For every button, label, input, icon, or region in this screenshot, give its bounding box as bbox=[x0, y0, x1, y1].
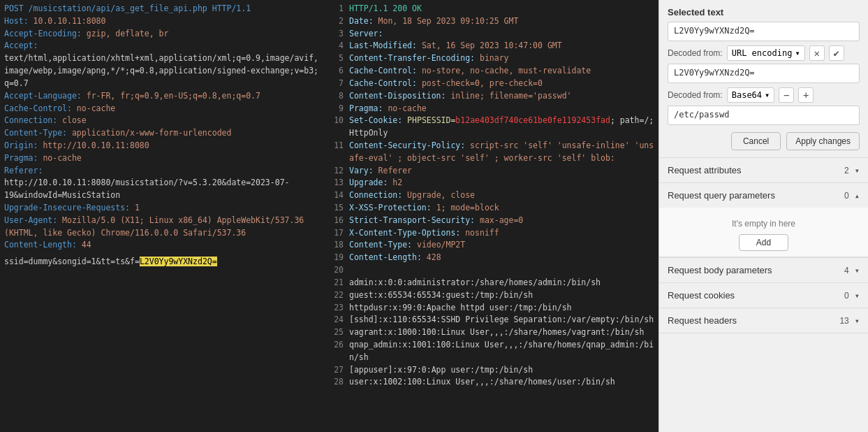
chevron-down-icon-body: ▾ bbox=[855, 266, 860, 275]
accordion-label-request-attributes: Request attributes bbox=[668, 165, 742, 175]
base64-select[interactable]: Base64 ▾ bbox=[727, 87, 775, 103]
response-panel: 1 HTTP/1.1 200 OK 2 Date: Mon, 18 Sep 20… bbox=[327, 0, 659, 432]
base64-decoded-value: /etc/passwd bbox=[668, 106, 860, 125]
accordion-count-body-params: 4 bbox=[844, 266, 849, 275]
resp-line-9: 9 Pragma: no-cache bbox=[327, 103, 659, 115]
resp-line-8: 8 Content-Disposition: inline; filename=… bbox=[327, 90, 659, 103]
accordion-header-cookies[interactable]: Request cookies 0 ▾ bbox=[659, 283, 868, 308]
resp-line-7: 7 Cache-Control: post-check=0, pre-check… bbox=[327, 78, 659, 90]
accordion-count-query-params: 0 bbox=[844, 191, 849, 201]
accordion-count-request-attributes: 2 bbox=[844, 166, 849, 175]
request-connection: Connection: close bbox=[4, 115, 323, 127]
accordion-count-cookies: 0 bbox=[844, 291, 849, 301]
decode-from-label-2: Decoded from: bbox=[668, 90, 723, 100]
accordion-label-query-params: Request query parameters bbox=[668, 190, 775, 201]
request-origin: Origin: http://10.0.10.11:8080 bbox=[4, 140, 323, 152]
accordion-label-headers: Request headers bbox=[668, 315, 737, 326]
request-accept-encoding: Accept-Encoding: gzip, deflate, br bbox=[4, 28, 323, 41]
url-encoding-row: Decoded from: URL encoding ▾ ✕ ✔ bbox=[668, 45, 860, 61]
decode-minus-btn-1[interactable]: ✕ bbox=[809, 45, 825, 61]
request-referer-label: Referer: bbox=[4, 165, 323, 178]
accordion-cookies: Request cookies 0 ▾ bbox=[659, 283, 868, 308]
request-content-type: Content-Type: application/x-www-form-url… bbox=[4, 127, 323, 140]
cancel-button[interactable]: Cancel bbox=[731, 132, 781, 150]
resp-line-4: 4 Last-Modified: Sat, 16 Sep 2023 10:47:… bbox=[327, 40, 659, 52]
decode-plus-btn-2[interactable]: + bbox=[798, 87, 814, 103]
url-encoding-option: URL encoding bbox=[732, 48, 793, 58]
request-accept-label: Accept: bbox=[4, 40, 323, 52]
resp-line-11: 11 Content-Security-Policy: script-src '… bbox=[327, 140, 659, 165]
accordion-list: Request attributes 2 ▾ Request query par… bbox=[659, 158, 868, 432]
resp-line-28: 28 user:x:1002:100:Linux User,,,:/share/… bbox=[327, 376, 659, 389]
accordion-body-params: Request body parameters 4 ▾ bbox=[659, 258, 868, 283]
decode-minus-btn-2[interactable]: − bbox=[779, 87, 794, 103]
action-buttons: Cancel Apply changes bbox=[668, 129, 860, 153]
add-param-button[interactable]: Add bbox=[739, 234, 788, 251]
resp-line-3: 3 Server: bbox=[327, 28, 659, 41]
selected-text-title: Selected text bbox=[668, 7, 860, 17]
empty-state-text: It's empty in here bbox=[668, 215, 860, 234]
resp-line-13: 13 Upgrade: h2 bbox=[327, 177, 659, 189]
request-user-agent: User-Agent: Mozilla/5.0 (X11; Linux x86_… bbox=[4, 215, 323, 240]
chevron-up-icon-query: ▴ bbox=[855, 191, 860, 201]
request-accept-value: text/html,application/xhtml+xml,applicat… bbox=[4, 52, 323, 89]
resp-line-17: 17 X-Content-Type-Options: nosniff bbox=[327, 227, 659, 240]
accordion-headers: Request headers 13 ▾ bbox=[659, 308, 868, 333]
accordion-header-query-params[interactable]: Request query parameters 0 ▴ bbox=[659, 183, 868, 208]
resp-line-21: 21 admin:x:0:0:administrator:/share/home… bbox=[327, 277, 659, 289]
request-host: Host: 10.0.10.11:8080 bbox=[4, 15, 323, 28]
accordion-query-params: Request query parameters 0 ▴ It's empty … bbox=[659, 183, 868, 258]
url-encoding-select[interactable]: URL encoding ▾ bbox=[727, 45, 805, 61]
resp-line-24: 24 [sshd]:x:110:65534:SSHD Privilege Sep… bbox=[327, 314, 659, 326]
request-content-length: Content-Length: 44 bbox=[4, 239, 323, 252]
resp-line-1: 1 HTTP/1.1 200 OK bbox=[327, 3, 659, 15]
accordion-header-request-attributes[interactable]: Request attributes 2 ▾ bbox=[659, 158, 868, 182]
request-cache-control: Cache-Control: no-cache bbox=[4, 103, 323, 115]
request-upgrade-insecure: Upgrade-Insecure-Requests: 1 bbox=[4, 202, 323, 215]
resp-line-12: 12 Vary: Referer bbox=[327, 165, 659, 178]
request-body: ssid=dummy&songid=1&tt=ts&f=L2V0Yy9wYXNz… bbox=[4, 256, 323, 268]
chevron-down-icon-attributes: ▾ bbox=[855, 166, 860, 175]
request-pragma: Pragma: no-cache bbox=[4, 152, 323, 165]
resp-line-6: 6 Cache-Control: no-store, no-cache, mus… bbox=[327, 65, 659, 78]
resp-line-15: 15 X-XSS-Protection: 1; mode=block bbox=[327, 202, 659, 215]
resp-line-23: 23 httpdusr:x:99:0:Apache httpd user:/tm… bbox=[327, 302, 659, 315]
resp-line-14: 14 Connection: Upgrade, close bbox=[327, 189, 659, 202]
accordion-header-body-params[interactable]: Request body parameters 4 ▾ bbox=[659, 258, 868, 282]
chevron-down-icon-cookies: ▾ bbox=[855, 291, 860, 301]
url-decoded-value: L2V0Yy9wYXNzd2Q= bbox=[668, 64, 860, 83]
accordion-request-attributes: Request attributes 2 ▾ bbox=[659, 158, 868, 183]
accordion-label-cookies: Request cookies bbox=[668, 290, 735, 301]
apply-changes-button[interactable]: Apply changes bbox=[786, 132, 860, 150]
highlighted-token: L2V0Yy9wYXNzd2Q= bbox=[140, 257, 217, 266]
chevron-down-icon-2: ▾ bbox=[765, 90, 770, 100]
request-line: POST /musicstation/api/as_get_file_api.p… bbox=[4, 3, 323, 15]
decode-plus-btn-1[interactable]: ✔ bbox=[829, 45, 844, 61]
right-panel: Selected text L2V0Yy9wYXNzd2Q= Decoded f… bbox=[659, 0, 868, 432]
accordion-header-headers[interactable]: Request headers 13 ▾ bbox=[659, 308, 868, 333]
selected-text-section: Selected text L2V0Yy9wYXNzd2Q= Decoded f… bbox=[659, 0, 868, 158]
query-params-empty-state: It's empty in here Add bbox=[659, 208, 868, 257]
resp-line-18: 18 Content-Type: video/MP2T bbox=[327, 239, 659, 252]
resp-line-2: 2 Date: Mon, 18 Sep 2023 09:10:25 GMT bbox=[327, 15, 659, 28]
base64-option: Base64 bbox=[732, 90, 762, 100]
resp-line-5: 5 Content-Transfer-Encoding: binary bbox=[327, 52, 659, 65]
resp-line-26: 26 qnap_admin:x:1001:100:Linux User,,,:/… bbox=[327, 339, 659, 364]
resp-line-27: 27 [appuser]:x:97:0:App user:/tmp:/bin/s… bbox=[327, 364, 659, 377]
accordion-count-headers: 13 bbox=[839, 316, 848, 326]
chevron-down-icon-headers: ▾ bbox=[855, 316, 860, 326]
accordion-label-body-params: Request body parameters bbox=[668, 265, 772, 275]
chevron-down-icon-1: ▾ bbox=[795, 48, 800, 58]
request-panel: POST /musicstation/api/as_get_file_api.p… bbox=[0, 0, 327, 432]
resp-line-16: 16 Strict-Transport-Security: max-age=0 bbox=[327, 215, 659, 227]
decode-from-label-1: Decoded from: bbox=[668, 48, 723, 58]
request-accept-language: Accept-Language: fr-FR, fr;q=0.9,en-US;q… bbox=[4, 90, 323, 103]
resp-line-20: 20 bbox=[327, 264, 659, 277]
resp-line-25: 25 vagrant:x:1000:100:Linux User,,,:/sha… bbox=[327, 326, 659, 339]
request-referer-value: http://10.0.10.11:8080/musicstation/?v=5… bbox=[4, 177, 323, 202]
selected-text-value: L2V0Yy9wYXNzd2Q= bbox=[668, 22, 860, 41]
base64-row: Decoded from: Base64 ▾ − + bbox=[668, 87, 860, 103]
resp-line-10: 10 Set-Cookie: PHPSESSID=b12ae403df740ce… bbox=[327, 115, 659, 140]
resp-line-19: 19 Content-Length: 428 bbox=[327, 252, 659, 264]
resp-line-22: 22 guest:x:65534:65534:guest:/tmp:/bin/s… bbox=[327, 289, 659, 302]
